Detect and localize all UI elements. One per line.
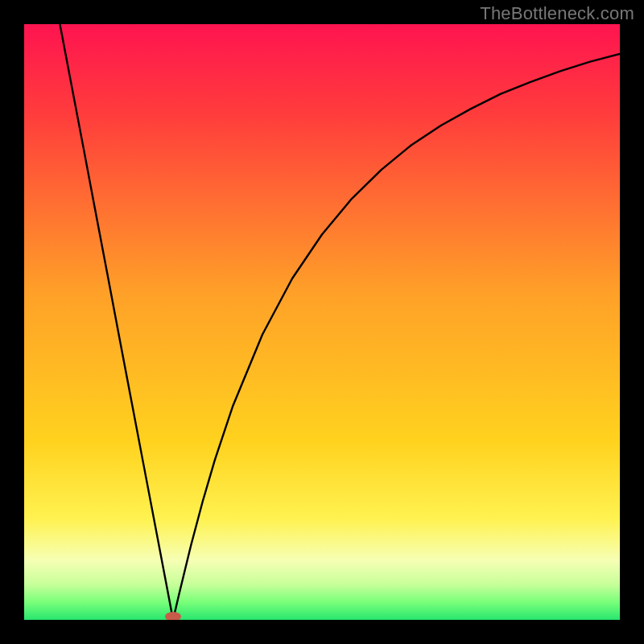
watermark-text: TheBottleneck.com: [480, 3, 634, 24]
chart-container: TheBottleneck.com: [0, 0, 644, 644]
gradient-background: [24, 24, 620, 620]
bottleneck-chart: [24, 24, 620, 620]
